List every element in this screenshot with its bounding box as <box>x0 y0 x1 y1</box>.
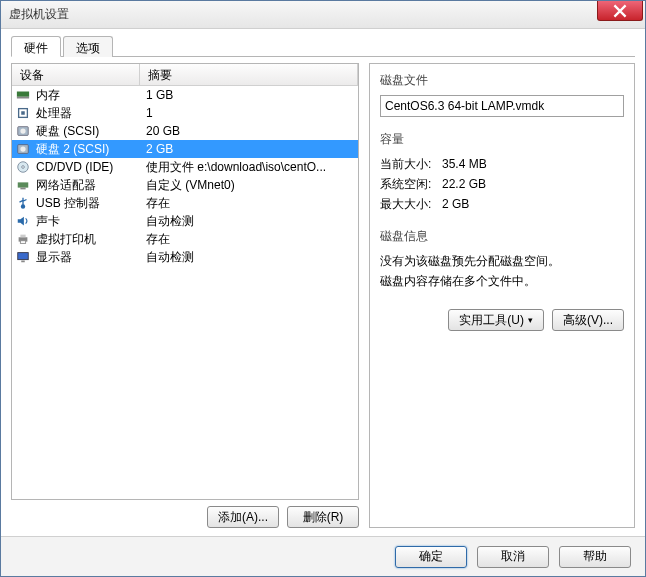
device-list: 设备 摘要 内存1 GB处理器1硬盘 (SCSI)20 GB硬盘 2 (SCSI… <box>11 63 359 500</box>
device-name: 显示器 <box>34 249 140 266</box>
device-name: CD/DVD (IDE) <box>34 160 140 174</box>
svg-rect-3 <box>21 111 25 115</box>
device-summary: 20 GB <box>140 124 358 138</box>
content-area: 硬件 选项 设备 摘要 内存1 GB处理器1硬盘 (SCSI)20 GB硬盘 2… <box>1 29 645 536</box>
disk-icon <box>12 142 34 156</box>
tab-hardware[interactable]: 硬件 <box>11 36 61 57</box>
device-row[interactable]: 硬盘 2 (SCSI)2 GB <box>12 140 358 158</box>
device-summary: 使用文件 e:\download\iso\centO... <box>140 159 358 176</box>
device-name: 声卡 <box>34 213 140 230</box>
capacity-current: 当前大小: 35.4 MB <box>380 154 624 174</box>
capacity-label: 容量 <box>380 131 624 148</box>
cd-icon <box>12 160 34 174</box>
footer: 确定 取消 帮助 <box>1 536 645 576</box>
device-row[interactable]: 虚拟打印机存在 <box>12 230 358 248</box>
right-pane: 磁盘文件 容量 当前大小: 35.4 MB 系统空闲: 22.2 GB 最大大小… <box>369 63 635 528</box>
utilities-button[interactable]: 实用工具(U) <box>448 309 544 331</box>
device-summary: 存在 <box>140 231 358 248</box>
disk-file-input[interactable] <box>380 95 624 117</box>
disk-info-line2: 磁盘内容存储在多个文件中。 <box>380 271 624 291</box>
current-size-value: 35.4 MB <box>442 154 624 174</box>
device-summary: 1 GB <box>140 88 358 102</box>
svg-rect-10 <box>18 182 29 187</box>
device-row[interactable]: 处理器1 <box>12 104 358 122</box>
svg-rect-11 <box>20 188 25 190</box>
device-summary: 存在 <box>140 195 358 212</box>
svg-rect-14 <box>20 235 25 238</box>
tabs: 硬件 选项 <box>11 35 635 57</box>
max-size-label: 最大大小: <box>380 194 442 214</box>
device-rows: 内存1 GB处理器1硬盘 (SCSI)20 GB硬盘 2 (SCSI)2 GBC… <box>12 86 358 499</box>
disk-info-label: 磁盘信息 <box>380 228 624 245</box>
close-button[interactable] <box>597 1 643 21</box>
remove-button[interactable]: 删除(R) <box>287 506 359 528</box>
help-button[interactable]: 帮助 <box>559 546 631 568</box>
tab-options[interactable]: 选项 <box>63 36 113 57</box>
svg-rect-15 <box>20 241 25 244</box>
svg-point-5 <box>20 128 25 133</box>
current-size-label: 当前大小: <box>380 154 442 174</box>
svg-point-7 <box>20 146 25 151</box>
cancel-button[interactable]: 取消 <box>477 546 549 568</box>
disk-icon <box>12 124 34 138</box>
device-row[interactable]: CD/DVD (IDE)使用文件 e:\download\iso\centO..… <box>12 158 358 176</box>
device-name: 硬盘 (SCSI) <box>34 123 140 140</box>
device-name: 处理器 <box>34 105 140 122</box>
disk-file-label: 磁盘文件 <box>380 72 624 89</box>
svg-rect-0 <box>17 92 29 97</box>
device-summary: 自定义 (VMnet0) <box>140 177 358 194</box>
device-row[interactable]: 声卡自动检测 <box>12 212 358 230</box>
cpu-icon <box>12 106 34 120</box>
svg-point-9 <box>22 166 25 169</box>
device-summary: 2 GB <box>140 142 358 156</box>
add-button[interactable]: 添加(A)... <box>207 506 279 528</box>
disk-info-section: 磁盘信息 没有为该磁盘预先分配磁盘空间。 磁盘内容存储在多个文件中。 <box>380 228 624 291</box>
panes: 设备 摘要 内存1 GB处理器1硬盘 (SCSI)20 GB硬盘 2 (SCSI… <box>11 57 635 528</box>
disk-info-line1: 没有为该磁盘预先分配磁盘空间。 <box>380 251 624 271</box>
close-icon <box>613 4 627 18</box>
device-summary: 自动检测 <box>140 249 358 266</box>
printer-icon <box>12 232 34 246</box>
device-name: USB 控制器 <box>34 195 140 212</box>
device-row[interactable]: 网络适配器自定义 (VMnet0) <box>12 176 358 194</box>
advanced-button[interactable]: 高级(V)... <box>552 309 624 331</box>
max-size-value: 2 GB <box>442 194 624 214</box>
device-name: 内存 <box>34 87 140 104</box>
net-icon <box>12 178 34 192</box>
capacity-section: 容量 当前大小: 35.4 MB 系统空闲: 22.2 GB 最大大小: 2 G… <box>380 131 624 214</box>
list-headers: 设备 摘要 <box>12 64 358 86</box>
usb-icon <box>12 196 34 210</box>
disk-file-section: 磁盘文件 <box>380 72 624 117</box>
device-row[interactable]: 内存1 GB <box>12 86 358 104</box>
device-row[interactable]: USB 控制器存在 <box>12 194 358 212</box>
device-row[interactable]: 显示器自动检测 <box>12 248 358 266</box>
header-device[interactable]: 设备 <box>12 64 140 85</box>
system-free-label: 系统空闲: <box>380 174 442 194</box>
system-free-value: 22.2 GB <box>442 174 624 194</box>
sound-icon <box>12 214 34 228</box>
device-name: 硬盘 2 (SCSI) <box>34 141 140 158</box>
capacity-max: 最大大小: 2 GB <box>380 194 624 214</box>
left-buttons: 添加(A)... 删除(R) <box>11 506 359 528</box>
svg-rect-17 <box>21 261 25 263</box>
ok-button[interactable]: 确定 <box>395 546 467 568</box>
display-icon <box>12 250 34 264</box>
window-title: 虚拟机设置 <box>9 6 69 23</box>
device-row[interactable]: 硬盘 (SCSI)20 GB <box>12 122 358 140</box>
device-summary: 1 <box>140 106 358 120</box>
titlebar: 虚拟机设置 <box>1 1 645 29</box>
device-name: 虚拟打印机 <box>34 231 140 248</box>
memory-icon <box>12 88 34 102</box>
left-pane: 设备 摘要 内存1 GB处理器1硬盘 (SCSI)20 GB硬盘 2 (SCSI… <box>11 63 359 528</box>
device-summary: 自动检测 <box>140 213 358 230</box>
header-summary[interactable]: 摘要 <box>140 64 358 85</box>
svg-rect-1 <box>17 97 29 99</box>
vm-settings-window: 虚拟机设置 硬件 选项 设备 摘要 内存1 GB处理器1硬盘 (SCSI)20 … <box>0 0 646 577</box>
svg-rect-16 <box>18 253 29 260</box>
capacity-free: 系统空闲: 22.2 GB <box>380 174 624 194</box>
right-buttons: 实用工具(U) 高级(V)... <box>380 309 624 331</box>
device-name: 网络适配器 <box>34 177 140 194</box>
